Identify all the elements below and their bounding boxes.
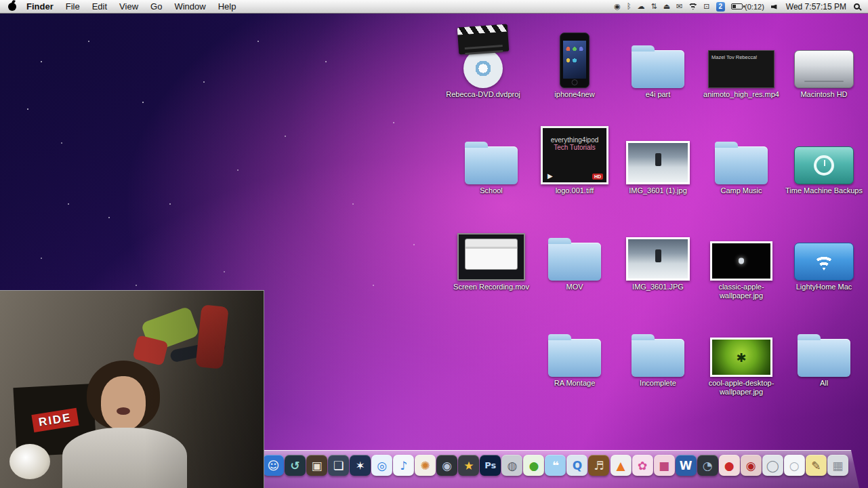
desktop-icon-macintosh-hd[interactable]: Macintosh HD bbox=[783, 20, 865, 99]
desktop-icon-incomplete[interactable]: Incomplete bbox=[617, 309, 699, 388]
menu-go[interactable]: Go bbox=[144, 1, 168, 12]
icon-label: Incomplete bbox=[617, 379, 699, 388]
desktop-icon-img3601-1[interactable]: IMG_3601 (1).jpg bbox=[617, 117, 699, 195]
desktop-icon-img3601[interactable]: IMG_3601.JPG bbox=[617, 213, 699, 291]
dock-flower-app-icon[interactable]: ✿ bbox=[632, 455, 653, 476]
desktop-icon-animoto-mp4[interactable]: Mazel Tov Rebecca! animoto_high_res.mp4 bbox=[701, 20, 782, 99]
desktop-icon-time-machine-backups[interactable]: Time Machine Backups bbox=[783, 117, 865, 195]
dock-star-app-icon[interactable]: ✶ bbox=[350, 455, 371, 476]
icon-label: Macintosh HD bbox=[783, 90, 865, 99]
dock-notepad-icon[interactable]: ✎ bbox=[806, 455, 827, 476]
dock-limewire-icon[interactable]: ● bbox=[523, 455, 544, 476]
bluetooth-icon[interactable]: ᛒ bbox=[627, 0, 632, 14]
desktop-icon-lightyhome-mac[interactable]: LightyHome Mac bbox=[783, 213, 865, 291]
menu-file[interactable]: File bbox=[60, 1, 86, 12]
desktop-icon-all[interactable]: All bbox=[783, 309, 865, 388]
icon-label: School bbox=[451, 186, 532, 195]
desktop-icon-mov[interactable]: MOV bbox=[534, 213, 615, 291]
menu-bar: Finder FileEditViewGoWindowHelp ◉ᛒ☁⇅⏏✉⊡ … bbox=[0, 0, 868, 14]
video-thumbnail-icon: Mazel Tov Rebecca! bbox=[708, 50, 774, 88]
desktop-icon-school[interactable]: School bbox=[451, 117, 532, 195]
dock-white-ball-app-icon[interactable]: ○ bbox=[784, 455, 805, 476]
message-icon[interactable]: ✉ bbox=[676, 0, 682, 14]
spotlight-icon[interactable] bbox=[854, 3, 860, 9]
battery-menu[interactable]: (0:12) bbox=[731, 3, 764, 11]
play-icon: ▶ bbox=[547, 172, 553, 180]
dock-gray-sphere-app-icon[interactable]: ◯ bbox=[762, 455, 783, 476]
dock-toast-icon[interactable]: ● bbox=[719, 455, 740, 476]
menu-window[interactable]: Window bbox=[168, 1, 211, 12]
wifi-icon[interactable] bbox=[688, 3, 697, 10]
dock-cone-app-icon[interactable]: ▲ bbox=[611, 455, 632, 476]
dock-word-icon[interactable]: W bbox=[676, 455, 697, 476]
desktop-icon-rebecca-dvd[interactable]: Rebecca-DVD.dvdproj bbox=[442, 20, 524, 99]
icon-label-line1: cool-apple-desktop- bbox=[701, 379, 782, 388]
iphone-home-button bbox=[572, 79, 578, 85]
webcam-overlay: RIDE bbox=[0, 290, 264, 488]
thumbnail-text: everything4ipod bbox=[543, 136, 606, 144]
display-icon[interactable]: ⊡ bbox=[703, 0, 709, 14]
time-machine-drive-icon bbox=[794, 146, 854, 184]
dock-red-disc-app-icon[interactable]: ◉ bbox=[741, 455, 762, 476]
clapperboard-icon bbox=[457, 24, 510, 54]
webcam-shadow bbox=[0, 291, 264, 488]
icon-label: logo.001.tiff bbox=[534, 186, 615, 195]
desktop-icon-iphone4new[interactable]: iphone4new bbox=[534, 20, 615, 99]
black-wallpaper-thumbnail-icon bbox=[710, 241, 772, 281]
dock-time-machine-icon[interactable]: ↺ bbox=[285, 455, 306, 476]
volume-icon[interactable] bbox=[770, 3, 779, 11]
iphone-icon bbox=[560, 33, 590, 88]
icon-label: Rebecca-DVD.dvdproj bbox=[442, 90, 524, 99]
dock-photo-booth-icon[interactable]: ▣ bbox=[306, 455, 327, 476]
dock-idvd-icon[interactable]: ◉ bbox=[436, 455, 457, 476]
desktop-icon-screen-recording[interactable]: Screen Recording.mov bbox=[451, 213, 532, 291]
dock-finder-icon[interactable]: ☺ bbox=[263, 455, 284, 476]
dock-trash-icon[interactable]: ▦ bbox=[827, 455, 848, 476]
dock-quicktime-icon[interactable]: Q bbox=[566, 455, 587, 476]
icon-label-line1: classic-apple- bbox=[701, 283, 782, 291]
dock-safari-icon[interactable]: ◎ bbox=[371, 455, 392, 476]
icon-label-line2: wallpaper.jpg bbox=[701, 291, 782, 300]
desktop-icon-e4i-part[interactable]: e4i part bbox=[617, 20, 699, 99]
desktop-icon-cool-apple-wallpaper[interactable]: ✱ cool-apple-desktop- wallpaper.jpg bbox=[701, 309, 782, 396]
dock-garageband-icon[interactable]: ♬ bbox=[588, 455, 609, 476]
folder-icon bbox=[548, 339, 601, 377]
desktop-icon-classic-apple-wallpaper[interactable]: classic-apple- wallpaper.jpg bbox=[701, 213, 782, 300]
icon-label: LightyHome Mac bbox=[783, 283, 865, 291]
dock-pink-box-app-icon[interactable]: ■ bbox=[654, 455, 675, 476]
icon-label: IMG_3601.JPG bbox=[617, 283, 699, 291]
apple-menu-icon[interactable] bbox=[8, 3, 16, 11]
dock-ichat-icon[interactable]: ❝ bbox=[545, 455, 566, 476]
desktop-icon-camp-music[interactable]: Camp Music bbox=[701, 117, 782, 195]
desktop-icon-ra-montage[interactable]: RA Montage bbox=[534, 309, 615, 388]
eject-icon[interactable]: ⏏ bbox=[663, 0, 670, 14]
thumbnail-text: Tech Tutorials bbox=[543, 144, 606, 151]
clock-icon bbox=[814, 155, 834, 176]
dock-preview-icon[interactable]: ❏ bbox=[328, 455, 349, 476]
menu-help[interactable]: Help bbox=[212, 1, 243, 12]
icon-label: classic-apple- wallpaper.jpg bbox=[701, 283, 782, 300]
dock-photoshop-icon[interactable]: Ps bbox=[480, 455, 501, 476]
folder-icon bbox=[715, 146, 768, 184]
dock-color-wheel-icon[interactable]: ✺ bbox=[415, 455, 436, 476]
icon-label: All bbox=[783, 379, 865, 388]
icon-label: cool-apple-desktop- wallpaper.jpg bbox=[701, 379, 782, 396]
menu-bar-clock[interactable]: Wed 7:57:15 PM bbox=[785, 2, 848, 12]
wifi-icon bbox=[812, 252, 836, 270]
desktop-icon-logo-tiff[interactable]: everything4ipod Tech Tutorials ▶ HD logo… bbox=[534, 117, 615, 195]
dock-dashboard-icon[interactable]: ◔ bbox=[697, 455, 718, 476]
dock-dvd-player-icon[interactable]: ◍ bbox=[501, 455, 522, 476]
menu-app-name[interactable]: Finder bbox=[20, 0, 60, 14]
hard-drive-icon bbox=[794, 50, 854, 88]
dock-imovie-icon[interactable]: ★ bbox=[458, 455, 479, 476]
cloud-icon[interactable]: ☁ bbox=[637, 0, 644, 14]
video-camera-icon[interactable]: ◉ bbox=[614, 0, 621, 14]
status-badge[interactable]: 2 bbox=[716, 2, 726, 12]
dvd-project-icon bbox=[453, 26, 513, 88]
menu-edit[interactable]: Edit bbox=[86, 1, 113, 12]
menu-view[interactable]: View bbox=[113, 1, 144, 12]
folder-icon bbox=[798, 339, 850, 377]
dock-itunes-icon[interactable]: ♪ bbox=[393, 455, 414, 476]
sync-arrows-icon[interactable]: ⇅ bbox=[650, 0, 657, 14]
folder-icon bbox=[548, 243, 601, 281]
